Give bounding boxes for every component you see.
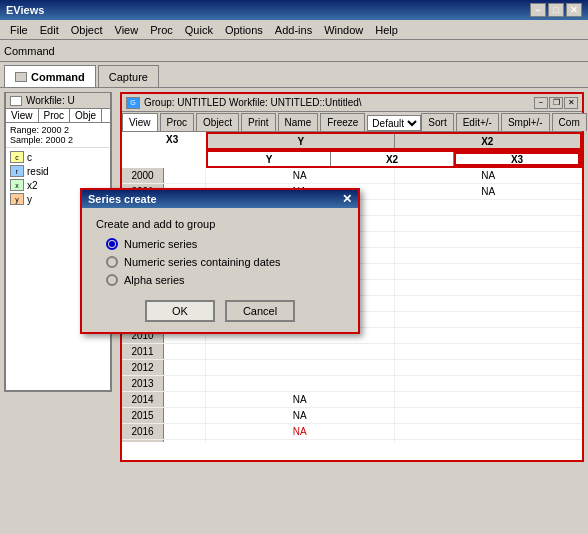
radio-alpha-series-label: Alpha series <box>124 274 185 286</box>
tab-strip: Command Capture <box>0 62 588 88</box>
window-controls: − □ ✕ <box>530 3 582 17</box>
menu-object[interactable]: Object <box>65 22 109 38</box>
menu-bar: File Edit Object View Proc Quick Options… <box>0 20 588 40</box>
command-tab-icon <box>15 72 27 82</box>
menu-view[interactable]: View <box>109 22 145 38</box>
radio-numeric-dates[interactable]: Numeric series containing dates <box>106 256 344 268</box>
dialog-close-button[interactable]: ✕ <box>342 192 352 206</box>
minimize-button[interactable]: − <box>530 3 546 17</box>
title-bar: EViews − □ ✕ <box>0 0 588 20</box>
radio-group: Numeric series Numeric series containing… <box>106 238 344 286</box>
menu-addins[interactable]: Add-ins <box>269 22 318 38</box>
menu-help[interactable]: Help <box>369 22 404 38</box>
close-button[interactable]: ✕ <box>566 3 582 17</box>
menu-proc[interactable]: Proc <box>144 22 179 38</box>
cancel-button[interactable]: Cancel <box>225 300 295 322</box>
radio-numeric-dates-btn[interactable] <box>106 256 118 268</box>
radio-numeric-series-label: Numeric series <box>124 238 197 250</box>
dialog-overlay: Series create ✕ Create and add to group … <box>0 88 588 534</box>
dialog-buttons: OK Cancel <box>96 300 344 322</box>
dialog-title-bar: Series create ✕ <box>82 190 358 208</box>
command-label: Command <box>4 45 55 57</box>
radio-numeric-series-btn[interactable] <box>106 238 118 250</box>
app-title: EViews <box>6 4 530 16</box>
dialog-body: Create and add to group Numeric series N… <box>82 208 358 332</box>
command-area: Command <box>0 40 588 62</box>
dialog-title-text: Series create <box>88 193 157 205</box>
series-create-dialog: Series create ✕ Create and add to group … <box>80 188 360 334</box>
radio-numeric-series[interactable]: Numeric series <box>106 238 344 250</box>
radio-numeric-dates-label: Numeric series containing dates <box>124 256 281 268</box>
tab-command-label: Command <box>31 71 85 83</box>
menu-edit[interactable]: Edit <box>34 22 65 38</box>
menu-options[interactable]: Options <box>219 22 269 38</box>
menu-file[interactable]: File <box>4 22 34 38</box>
radio-alpha-series[interactable]: Alpha series <box>106 274 344 286</box>
menu-window[interactable]: Window <box>318 22 369 38</box>
main-area: Workfile: U View Proc Obje Range: 2000 2… <box>0 88 588 534</box>
dialog-section-label: Create and add to group <box>96 218 344 230</box>
tab-capture[interactable]: Capture <box>98 65 159 87</box>
radio-alpha-series-btn[interactable] <box>106 274 118 286</box>
maximize-button[interactable]: □ <box>548 3 564 17</box>
tab-capture-label: Capture <box>109 71 148 83</box>
menu-quick[interactable]: Quick <box>179 22 219 38</box>
ok-button[interactable]: OK <box>145 300 215 322</box>
tab-command[interactable]: Command <box>4 65 96 87</box>
